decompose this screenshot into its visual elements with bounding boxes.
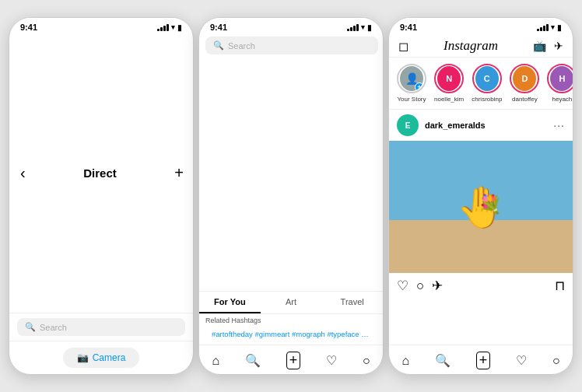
story-noelle[interactable]: N noelle_kim: [434, 64, 464, 103]
story-avatar-your: 👤 +: [400, 66, 423, 91]
stories-row: 👤 + Your Story N noelle_kim C chrisrobin…: [389, 58, 573, 110]
phone-instagram: 9:41 ▾ ▮ ◻ Instagram 📺 ✈ 👤 + Your Story: [388, 17, 573, 375]
battery-icon-1: ▮: [177, 23, 182, 32]
nav-search-icon-2[interactable]: 🔍: [245, 353, 261, 368]
story-chris[interactable]: C chrisrobinp: [472, 64, 502, 103]
status-icons-2: ▾ ▮: [347, 23, 372, 32]
post-user-avatar[interactable]: E: [397, 114, 419, 136]
hashtags-list[interactable]: #artoftheday #gimmeart #mograph #typefac…: [205, 326, 377, 342]
bookmark-icon[interactable]: ⊓: [555, 278, 565, 294]
status-time-1: 9:41: [20, 23, 37, 32]
direct-title: Direct: [83, 166, 117, 180]
search-bar-direct[interactable]: 🔍 Search: [17, 318, 185, 336]
search-placeholder-direct: Search: [40, 323, 67, 332]
status-icons-3: ▾ ▮: [537, 23, 562, 32]
story-avatar-noelle: N: [437, 66, 461, 91]
battery-icon-2: ▮: [367, 23, 372, 32]
story-name-your: Your Story: [397, 96, 426, 103]
signal-icon-2: [347, 24, 359, 31]
post-header: E dark_emeralds ···: [389, 110, 573, 141]
status-bar-2: 9:41 ▾ ▮: [199, 18, 383, 33]
camera-label: Camera: [93, 352, 126, 363]
tab-travel[interactable]: Travel: [321, 292, 383, 313]
back-button[interactable]: ‹: [20, 164, 26, 182]
camera-button[interactable]: 📷 Camera: [63, 348, 140, 368]
post-username[interactable]: dark_emeralds: [425, 121, 547, 130]
explore-search-area: 🔍 Search: [199, 33, 384, 292]
search-icon-direct: 🔍: [25, 322, 36, 332]
instagram-logo: Instagram: [444, 38, 498, 54]
explore-tabs: For You Art Travel: [199, 292, 383, 314]
story-avatar-hey: H: [550, 66, 573, 91]
nav-home-icon-2[interactable]: ⌂: [212, 354, 219, 368]
battery-icon-3: ▮: [557, 23, 562, 32]
instagram-nav: ⌂ 🔍 + ♡ ○: [389, 345, 573, 374]
story-name-hey: heyach: [552, 96, 572, 103]
post-more-button[interactable]: ···: [553, 119, 565, 131]
status-icons-1: ▾ ▮: [157, 23, 182, 32]
wifi-icon-3: ▾: [551, 23, 555, 31]
story-name-dan: dantoffey: [512, 96, 538, 103]
status-time-2: 9:41: [210, 23, 227, 32]
story-dan[interactable]: D dantoffey: [510, 64, 539, 103]
new-message-button[interactable]: +: [174, 164, 184, 182]
like-icon[interactable]: ♡: [397, 278, 408, 294]
nav-home-icon-3[interactable]: ⌂: [401, 354, 409, 368]
status-bar-1: 9:41 ▾ ▮: [9, 18, 193, 33]
phone-direct: 9:41 ▾ ▮ ‹ Direct + 🔍 Search A amethyst_…: [9, 17, 194, 375]
nav-add-icon-2[interactable]: +: [286, 352, 301, 369]
instagram-header: ◻ Instagram 📺 ✈: [389, 33, 573, 58]
story-ring-your: 👤 +: [397, 64, 426, 93]
share-icon[interactable]: ✈: [432, 278, 443, 294]
wifi-icon-2: ▾: [361, 23, 365, 31]
direct-footer: 📷 Camera: [9, 341, 193, 374]
story-avatar-dan: D: [513, 66, 536, 91]
nav-heart-icon-3[interactable]: ♡: [516, 353, 527, 368]
hashtags-label: Related Hashtags: [205, 317, 377, 324]
signal-icon-3: [537, 24, 549, 31]
direct-header: ‹ Direct +: [9, 33, 194, 313]
wifi-icon-1: ▾: [171, 23, 175, 31]
tab-art[interactable]: Art: [261, 292, 322, 313]
nav-profile-icon-3[interactable]: ○: [552, 354, 560, 368]
igtv-icon[interactable]: 📺: [533, 40, 546, 52]
story-your[interactable]: 👤 + Your Story: [397, 64, 426, 103]
explore-search-bar[interactable]: 🔍 Search: [205, 37, 378, 54]
camera-icon: 📷: [77, 352, 89, 363]
status-bar-3: 9:41 ▾ ▮: [389, 18, 573, 33]
post-actions: ♡ ○ ✈ ⊓: [389, 273, 573, 299]
post-image: 🤚 💐: [389, 141, 573, 273]
add-story-badge: +: [415, 82, 423, 91]
ig-header-actions: 📺 ✈: [533, 40, 563, 52]
nav-profile-icon-2[interactable]: ○: [363, 354, 370, 368]
tab-for-you[interactable]: For You: [199, 292, 261, 313]
phone-explore: 9:41 ▾ ▮ 🔍 Search For You Art Travel Rel…: [198, 17, 384, 375]
camera-header-icon[interactable]: ◻: [398, 39, 408, 54]
signal-icon-1: [157, 24, 169, 31]
nav-heart-icon-2[interactable]: ♡: [326, 353, 337, 368]
nav-add-icon-3[interactable]: +: [476, 352, 491, 369]
hashtags-section: Related Hashtags #artoftheday #gimmeart …: [199, 314, 383, 345]
story-hey[interactable]: H heyach: [547, 64, 573, 103]
explore-search-placeholder: Search: [228, 41, 255, 51]
direct-icon[interactable]: ✈: [554, 40, 563, 52]
comment-icon[interactable]: ○: [416, 278, 424, 294]
nav-search-icon-3[interactable]: 🔍: [435, 353, 451, 368]
explore-search-icon: 🔍: [213, 40, 224, 51]
story-ring-hey: H: [547, 64, 573, 93]
status-time-3: 9:41: [400, 23, 417, 32]
story-name-noelle: noelle_kim: [434, 96, 464, 103]
story-ring-noelle: N: [434, 64, 464, 93]
story-ring-chris: C: [472, 64, 502, 93]
explore-nav: ⌂ 🔍 + ♡ ○: [199, 345, 383, 374]
story-ring-dan: D: [510, 64, 539, 93]
story-name-chris: chrisrobinp: [472, 96, 502, 103]
story-avatar-chris: C: [475, 66, 499, 91]
